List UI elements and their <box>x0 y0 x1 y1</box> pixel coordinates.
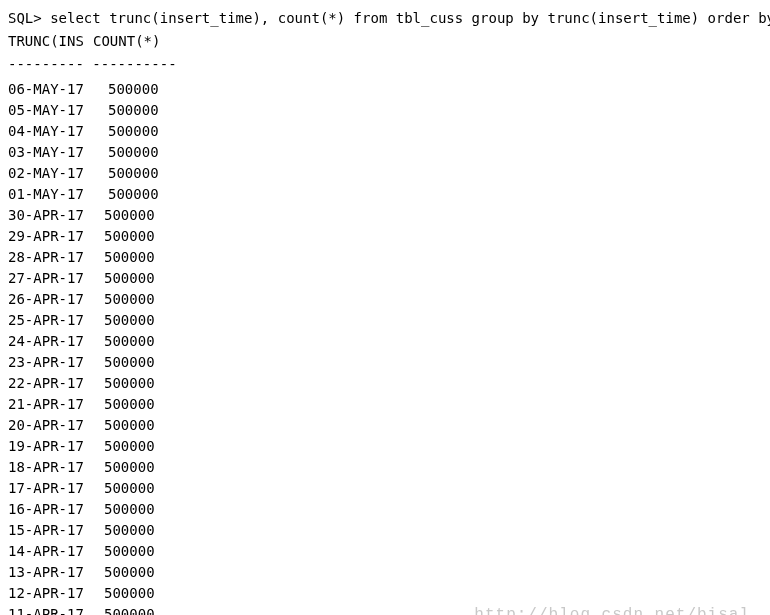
row-date: 01-MAY-17 <box>8 184 108 205</box>
row-count: 500000 <box>104 394 155 415</box>
row-count: 500000 <box>104 247 155 268</box>
row-date: 14-APR-17 <box>8 541 104 562</box>
table-row: 26-APR-17500000 <box>8 289 762 310</box>
row-count: 500000 <box>108 142 159 163</box>
row-date: 24-APR-17 <box>8 331 104 352</box>
header-col-trunc: TRUNC(INS <box>8 31 93 52</box>
table-row: 20-APR-17500000 <box>8 415 762 436</box>
table-row: 18-APR-17500000 <box>8 457 762 478</box>
table-row: 30-APR-17500000 <box>8 205 762 226</box>
row-date: 06-MAY-17 <box>8 79 108 100</box>
table-row: 04-MAY-17500000 <box>8 121 762 142</box>
table-row: 21-APR-17500000 <box>8 394 762 415</box>
row-count: 500000 <box>104 562 155 583</box>
table-row: 28-APR-17500000 <box>8 247 762 268</box>
row-date: 04-MAY-17 <box>8 121 108 142</box>
row-count: 500000 <box>108 121 159 142</box>
row-date: 23-APR-17 <box>8 352 104 373</box>
table-row: 05-MAY-17500000 <box>8 100 762 121</box>
row-count: 500000 <box>108 163 159 184</box>
row-date: 15-APR-17 <box>8 520 104 541</box>
row-count: 500000 <box>108 184 159 205</box>
row-date: 11-APR-17 <box>8 604 104 615</box>
row-count: 500000 <box>104 373 155 394</box>
table-row: 02-MAY-17500000 <box>8 163 762 184</box>
row-count: 500000 <box>104 226 155 247</box>
table-row: 29-APR-17500000 <box>8 226 762 247</box>
row-date: 05-MAY-17 <box>8 100 108 121</box>
row-date: 17-APR-17 <box>8 478 104 499</box>
row-count: 500000 <box>104 478 155 499</box>
row-count: 500000 <box>104 331 155 352</box>
header-col-count: COUNT(*) <box>93 31 173 52</box>
table-row: 12-APR-17500000 <box>8 583 762 604</box>
row-date: 13-APR-17 <box>8 562 104 583</box>
row-count: 500000 <box>104 310 155 331</box>
row-date: 28-APR-17 <box>8 247 104 268</box>
table-row: 25-APR-17500000 <box>8 310 762 331</box>
result-header: TRUNC(INS COUNT(*) <box>8 31 762 52</box>
row-date: 16-APR-17 <box>8 499 104 520</box>
row-date: 12-APR-17 <box>8 583 104 604</box>
table-row: 13-APR-17500000 <box>8 562 762 583</box>
sql-prompt: SQL> <box>8 10 42 26</box>
row-count: 500000 <box>104 541 155 562</box>
sql-command-line: SQL> select trunc(insert_time), count(*)… <box>8 8 762 29</box>
row-count: 500000 <box>104 604 155 615</box>
row-count: 500000 <box>104 457 155 478</box>
table-row: 15-APR-17500000 <box>8 520 762 541</box>
row-date: 18-APR-17 <box>8 457 104 478</box>
row-count: 500000 <box>108 79 159 100</box>
table-row: 16-APR-17500000 <box>8 499 762 520</box>
row-count: 500000 <box>104 352 155 373</box>
row-count: 500000 <box>104 520 155 541</box>
row-date: 22-APR-17 <box>8 373 104 394</box>
row-date: 03-MAY-17 <box>8 142 108 163</box>
row-date: 19-APR-17 <box>8 436 104 457</box>
row-count: 500000 <box>104 415 155 436</box>
row-date: 21-APR-17 <box>8 394 104 415</box>
table-row: 01-MAY-17500000 <box>8 184 762 205</box>
row-date: 30-APR-17 <box>8 205 104 226</box>
row-count: 500000 <box>104 583 155 604</box>
row-date: 20-APR-17 <box>8 415 104 436</box>
row-date: 02-MAY-17 <box>8 163 108 184</box>
row-date: 29-APR-17 <box>8 226 104 247</box>
table-row: 17-APR-17500000 <box>8 478 762 499</box>
table-row: 06-MAY-17500000 <box>8 79 762 100</box>
watermark-text: http://blog.csdn.net/bisal <box>474 603 750 615</box>
result-rows: 06-MAY-1750000005-MAY-1750000004-MAY-175… <box>8 79 762 615</box>
row-count: 500000 <box>104 289 155 310</box>
sql-query-text: select trunc(insert_time), count(*) from… <box>50 10 770 26</box>
table-row: 19-APR-17500000 <box>8 436 762 457</box>
row-date: 26-APR-17 <box>8 289 104 310</box>
table-row: 23-APR-17500000 <box>8 352 762 373</box>
row-count: 500000 <box>108 100 159 121</box>
row-count: 500000 <box>104 436 155 457</box>
row-count: 500000 <box>104 205 155 226</box>
row-count: 500000 <box>104 268 155 289</box>
header-divider: --------- ---------- <box>8 54 762 75</box>
table-row: 27-APR-17500000 <box>8 268 762 289</box>
table-row: 22-APR-17500000 <box>8 373 762 394</box>
table-row: 03-MAY-17500000 <box>8 142 762 163</box>
table-row: 14-APR-17500000 <box>8 541 762 562</box>
row-count: 500000 <box>104 499 155 520</box>
row-date: 25-APR-17 <box>8 310 104 331</box>
row-date: 27-APR-17 <box>8 268 104 289</box>
table-row: 24-APR-17500000 <box>8 331 762 352</box>
